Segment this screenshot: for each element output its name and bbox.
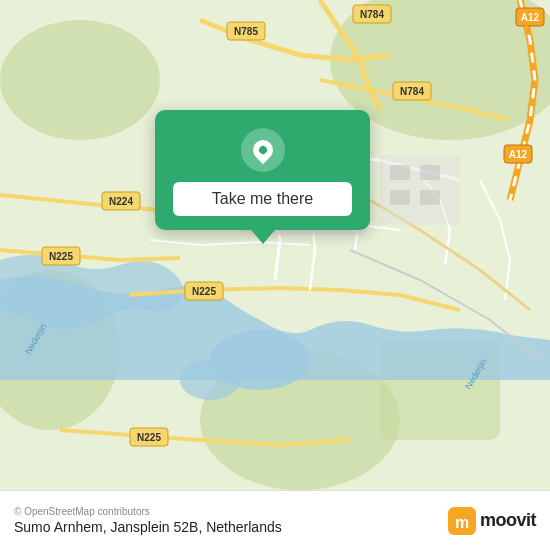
- address-text: Sumo Arnhem, Jansplein 52B, Netherlands: [14, 519, 282, 535]
- svg-text:N225: N225: [192, 286, 216, 297]
- footer-info: © OpenStreetMap contributors Sumo Arnhem…: [14, 506, 282, 535]
- take-me-there-button[interactable]: Take me there: [173, 182, 352, 216]
- svg-text:A12: A12: [521, 12, 540, 23]
- svg-text:N225: N225: [49, 251, 73, 262]
- location-icon: [241, 128, 285, 172]
- moovit-logo: m moovit: [448, 507, 536, 535]
- svg-point-7: [180, 360, 240, 400]
- svg-text:A12: A12: [509, 149, 528, 160]
- copyright-text: © OpenStreetMap contributors: [14, 506, 282, 517]
- brand-label: moovit: [480, 510, 536, 531]
- svg-point-1: [0, 20, 160, 140]
- pin-icon: [248, 136, 276, 164]
- svg-text:N224: N224: [109, 196, 133, 207]
- map-container: N784 A12 A12 N785 N784 N224 N225 N225 N2…: [0, 0, 550, 490]
- svg-text:N225: N225: [137, 432, 161, 443]
- navigation-popup: Take me there: [155, 110, 370, 230]
- svg-rect-40: [390, 190, 410, 205]
- svg-text:N784: N784: [360, 9, 384, 20]
- svg-text:m: m: [455, 514, 469, 531]
- moovit-icon: m: [448, 507, 476, 535]
- svg-rect-39: [420, 165, 440, 180]
- svg-rect-41: [420, 190, 440, 205]
- svg-text:N785: N785: [234, 26, 258, 37]
- svg-rect-38: [390, 165, 410, 180]
- footer: © OpenStreetMap contributors Sumo Arnhem…: [0, 490, 550, 550]
- svg-text:N784: N784: [400, 86, 424, 97]
